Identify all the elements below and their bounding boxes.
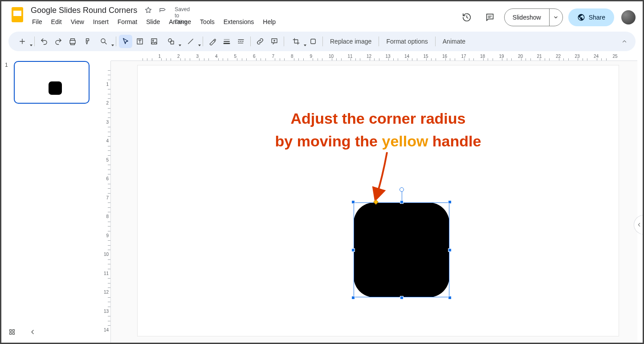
- menu-help[interactable]: Help: [259, 16, 280, 27]
- menu-edit[interactable]: Edit: [47, 16, 66, 27]
- svg-rect-8: [10, 330, 12, 332]
- mask-button[interactable]: [306, 35, 320, 48]
- svg-point-4: [168, 39, 172, 42]
- selection-outline: [354, 202, 449, 297]
- separator: [435, 36, 436, 46]
- rotation-connector: [402, 191, 402, 201]
- horizontal-ruler[interactable]: 1234567891011121314151617181920212223242…: [111, 54, 637, 61]
- share-label: Share: [589, 14, 605, 21]
- annotation-line1: Adjust the corner radius: [291, 110, 466, 127]
- resize-handle-tl[interactable]: [351, 200, 355, 204]
- annotation-arrow: [369, 150, 396, 203]
- slideshow-split-button: Slideshow: [504, 8, 563, 26]
- crop-button[interactable]: [287, 35, 306, 48]
- slides-logo[interactable]: [8, 5, 26, 23]
- comments-icon[interactable]: [481, 8, 499, 26]
- undo-button[interactable]: [37, 35, 51, 48]
- zoom-button[interactable]: [94, 35, 113, 48]
- image-tool[interactable]: [147, 35, 161, 48]
- collapse-filmstrip-icon[interactable]: [29, 328, 36, 337]
- document-title[interactable]: Google Slides Round Corners: [28, 5, 140, 16]
- resize-handle-tm[interactable]: [400, 200, 404, 204]
- link-button[interactable]: [253, 35, 267, 48]
- history-icon[interactable]: [458, 8, 476, 26]
- svg-rect-9: [12, 330, 14, 332]
- svg-point-3: [153, 40, 154, 41]
- separator: [116, 36, 116, 46]
- star-icon[interactable]: [144, 6, 152, 14]
- border-dash-button[interactable]: [234, 35, 248, 48]
- border-color-button[interactable]: [206, 35, 219, 48]
- svg-rect-7: [311, 39, 316, 44]
- redo-button[interactable]: [52, 35, 65, 48]
- annotation-line2-pre: by moving the: [275, 133, 382, 150]
- move-icon[interactable]: [159, 6, 167, 14]
- svg-rect-11: [12, 332, 14, 334]
- menu-file[interactable]: File: [28, 16, 46, 27]
- titlebar: Google Slides Round Corners Saved to Dri…: [28, 5, 458, 27]
- header: Google Slides Round Corners Saved to Dri…: [1, 1, 643, 30]
- annotation-highlight: yellow: [382, 133, 428, 150]
- animate-button[interactable]: Animate: [438, 35, 470, 48]
- menu-format[interactable]: Format: [114, 16, 141, 27]
- shape-tool[interactable]: [162, 35, 180, 48]
- grid-view-icon[interactable]: [8, 328, 16, 337]
- svg-point-0: [101, 39, 105, 43]
- border-weight-button[interactable]: [220, 35, 233, 48]
- menu-extensions[interactable]: Extensions: [220, 16, 258, 27]
- save-status-text: Saved to Drive: [175, 6, 183, 14]
- workspace: 1 12345678910111213141516171819202122232…: [1, 54, 643, 343]
- svg-rect-10: [10, 332, 12, 334]
- separator: [34, 36, 35, 46]
- slideshow-button[interactable]: Slideshow: [505, 9, 549, 26]
- menu-arrange[interactable]: Arrange: [165, 16, 195, 27]
- resize-handle-br[interactable]: [448, 296, 452, 299]
- resize-handle-ml[interactable]: [351, 248, 355, 252]
- vertical-ruler[interactable]: 1234567891011121314: [101, 61, 111, 343]
- menu-view[interactable]: View: [67, 16, 88, 27]
- collapse-toolbar-button[interactable]: [618, 35, 631, 48]
- rotation-handle[interactable]: [399, 187, 404, 192]
- share-button[interactable]: Share: [568, 8, 614, 26]
- separator: [250, 36, 251, 46]
- separator: [203, 36, 203, 46]
- line-tool[interactable]: [181, 35, 200, 48]
- menu-slide[interactable]: Slide: [142, 16, 164, 27]
- filmstrip[interactable]: 1: [1, 54, 101, 343]
- slide-number: 1: [5, 61, 11, 104]
- toolbar: Replace image Format options Animate: [8, 32, 636, 51]
- annotation-line2-post: handle: [428, 133, 481, 150]
- new-slide-button[interactable]: [13, 35, 32, 48]
- comment-button[interactable]: [268, 35, 281, 48]
- slideshow-dropdown[interactable]: [549, 9, 562, 26]
- menubar: File Edit View Insert Format Slide Arran…: [28, 16, 458, 27]
- separator: [284, 36, 284, 46]
- canvas-area: 1234567891011121314151617181920212223242…: [101, 54, 643, 343]
- resize-handle-bm[interactable]: [400, 296, 404, 299]
- separator: [379, 36, 379, 46]
- svg-rect-2: [151, 39, 157, 44]
- textbox-tool[interactable]: [133, 35, 147, 48]
- header-actions: Slideshow Share: [458, 5, 636, 26]
- resize-handle-bl[interactable]: [351, 296, 355, 299]
- separator: [322, 36, 323, 46]
- format-options-button[interactable]: Format options: [382, 35, 432, 48]
- canvas-viewport[interactable]: Adjust the corner radius by moving the y…: [111, 61, 637, 343]
- slide-thumbnail-1[interactable]: [14, 61, 90, 104]
- print-button[interactable]: [66, 35, 79, 48]
- annotation-text: Adjust the corner radius by moving the y…: [258, 107, 498, 153]
- account-avatar[interactable]: [621, 10, 636, 24]
- menu-tools[interactable]: Tools: [196, 16, 219, 27]
- selected-shape[interactable]: [354, 202, 449, 297]
- save-status[interactable]: Saved to Drive: [173, 6, 181, 14]
- select-tool[interactable]: [119, 35, 132, 48]
- resize-handle-tr[interactable]: [448, 200, 452, 204]
- resize-handle-mr[interactable]: [448, 248, 452, 252]
- paint-format-button[interactable]: [80, 35, 94, 48]
- menu-insert[interactable]: Insert: [89, 16, 113, 27]
- replace-image-button[interactable]: Replace image: [326, 35, 376, 48]
- thumbnail-shape: [49, 81, 62, 95]
- slide-canvas[interactable]: Adjust the corner radius by moving the y…: [138, 65, 619, 336]
